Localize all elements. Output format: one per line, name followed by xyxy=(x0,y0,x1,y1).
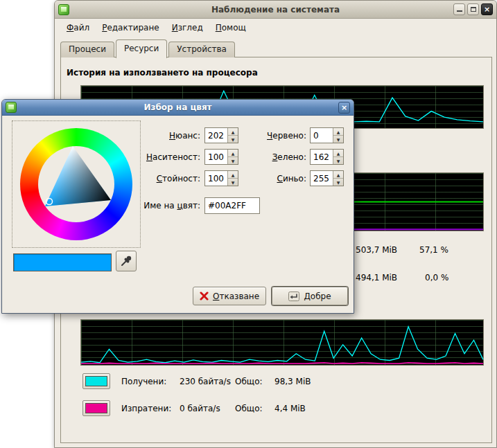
received-total: 98,3 MiB xyxy=(274,377,311,386)
window-titlebar[interactable]: Наблюдение на системата × xyxy=(55,1,496,19)
network-received-row: Получени: 230 байта/s Общо: 98,3 MiB xyxy=(82,373,311,389)
menu-bar: Файл Редактиране Изглед Помощ xyxy=(60,19,252,37)
red-label: Червено: xyxy=(241,130,306,141)
menu-file[interactable]: Файл xyxy=(60,20,96,35)
value-input[interactable] xyxy=(205,171,227,186)
sv-triangle-shade xyxy=(45,146,111,206)
dialog-titlebar[interactable]: Избор на цвят × xyxy=(2,100,354,116)
sent-rate: 0 байта/s xyxy=(180,404,235,413)
menu-edit[interactable]: Редактиране xyxy=(96,20,166,35)
red-spin-arrows: ▲▼ xyxy=(333,128,343,143)
spin-down-icon[interactable]: ▼ xyxy=(228,156,238,164)
window-controls: × xyxy=(453,3,493,15)
spin-down-icon[interactable]: ▼ xyxy=(333,156,343,164)
menu-help[interactable]: Помощ xyxy=(209,20,252,35)
sent-total: 4,4 MiB xyxy=(274,404,306,413)
spin-down-icon[interactable]: ▼ xyxy=(333,135,343,143)
blue-input[interactable] xyxy=(311,171,333,186)
sent-color-swatch xyxy=(85,403,107,413)
minimize-icon xyxy=(457,7,462,12)
dialog-title: Избор на цвят xyxy=(2,102,354,112)
value-spinbox[interactable]: ▲▼ xyxy=(204,170,238,186)
menu-view[interactable]: Изглед xyxy=(166,20,209,35)
tab-processes[interactable]: Процеси xyxy=(60,42,114,57)
ok-button[interactable]: Добре xyxy=(272,287,348,305)
spin-up-icon[interactable]: ▲ xyxy=(333,150,343,156)
ok-enter-icon xyxy=(288,292,299,301)
saturation-value-triangle[interactable] xyxy=(20,128,132,240)
spin-up-icon[interactable]: ▲ xyxy=(333,128,343,135)
received-label: Получени: xyxy=(121,377,180,386)
blue-spinbox[interactable]: ▲▼ xyxy=(310,170,344,186)
tab-bar: Процеси Ресурси Устройства xyxy=(60,39,236,57)
spin-up-icon[interactable]: ▲ xyxy=(228,171,238,178)
green-label: Зелено: xyxy=(241,152,306,163)
received-total-label: Общо: xyxy=(235,377,274,386)
green-input[interactable] xyxy=(311,150,333,164)
dialog-close-icon: × xyxy=(341,103,347,112)
red-input[interactable] xyxy=(311,128,333,143)
spin-up-icon[interactable]: ▲ xyxy=(228,150,238,156)
saturation-input[interactable] xyxy=(205,150,227,164)
red-spinbox[interactable]: ▲▼ xyxy=(310,127,344,143)
close-icon: × xyxy=(484,6,490,13)
blue-label: Синьо: xyxy=(241,173,306,184)
value-spin-arrows: ▲▼ xyxy=(227,171,238,186)
eyedropper-button[interactable] xyxy=(116,251,137,271)
value-label: Стойност: xyxy=(113,173,200,184)
window-title: Наблюдение на системата xyxy=(55,5,496,15)
color-preview-swatch[interactable] xyxy=(13,253,112,271)
eyedropper-icon xyxy=(120,255,132,267)
close-button[interactable]: × xyxy=(481,3,493,15)
cancel-button[interactable]: Отказване xyxy=(193,287,266,305)
spin-up-icon[interactable]: ▲ xyxy=(228,128,238,135)
saturation-spinbox[interactable]: ▲▼ xyxy=(204,149,238,165)
hue-spin-arrows: ▲▼ xyxy=(227,128,238,143)
swap-amount: 494,1 MiB xyxy=(356,273,397,283)
network-sent-row: Изпратени: 0 байта/s Общо: 4,4 MiB xyxy=(82,400,306,416)
tab-devices[interactable]: Устройства xyxy=(168,42,235,57)
color-name-label: Име на цвят: xyxy=(113,200,200,211)
hue-spinbox[interactable]: ▲▼ xyxy=(204,127,238,143)
sent-label: Изпратени: xyxy=(121,404,180,413)
color-name-input[interactable] xyxy=(204,197,260,214)
spin-down-icon[interactable]: ▼ xyxy=(228,178,238,186)
swap-percent: 0,0 % xyxy=(425,273,448,283)
hue-input[interactable] xyxy=(205,128,227,143)
spin-up-icon[interactable]: ▲ xyxy=(333,171,343,178)
spin-down-icon[interactable]: ▼ xyxy=(333,178,343,186)
color-picker-dialog: Избор на цвят × Нюанс: ▲▼ Насите xyxy=(1,99,354,314)
ok-button-label: Добре xyxy=(304,292,331,301)
cancel-x-icon xyxy=(200,292,209,301)
dialog-close-button[interactable]: × xyxy=(338,102,350,114)
cpu-history-heading: История на използването на процесора xyxy=(67,68,258,78)
maximize-button[interactable] xyxy=(467,3,479,15)
spin-down-icon[interactable]: ▼ xyxy=(228,135,238,143)
received-color-button[interactable] xyxy=(82,373,110,389)
hue-label: Нюанс: xyxy=(113,130,200,141)
green-spin-arrows: ▲▼ xyxy=(333,150,343,164)
received-rate: 230 байта/s xyxy=(180,377,235,386)
network-usage-graph xyxy=(81,320,483,365)
sent-color-button[interactable] xyxy=(82,400,110,416)
blue-spin-arrows: ▲▼ xyxy=(333,171,343,186)
memory-percent: 57,1 % xyxy=(419,245,448,255)
saturation-spin-arrows: ▲▼ xyxy=(227,150,238,164)
memory-amount: 503,7 MiB xyxy=(356,245,397,255)
tab-resources[interactable]: Ресурси xyxy=(116,39,167,58)
cancel-button-label: Отказване xyxy=(213,292,259,301)
green-spinbox[interactable]: ▲▼ xyxy=(310,149,344,165)
minimize-button[interactable] xyxy=(453,3,465,15)
saturation-label: Наситеност: xyxy=(113,152,200,163)
received-color-swatch xyxy=(85,376,107,386)
maximize-icon xyxy=(471,7,476,12)
sent-total-label: Общо: xyxy=(235,404,274,413)
network-history-chart xyxy=(80,319,484,366)
